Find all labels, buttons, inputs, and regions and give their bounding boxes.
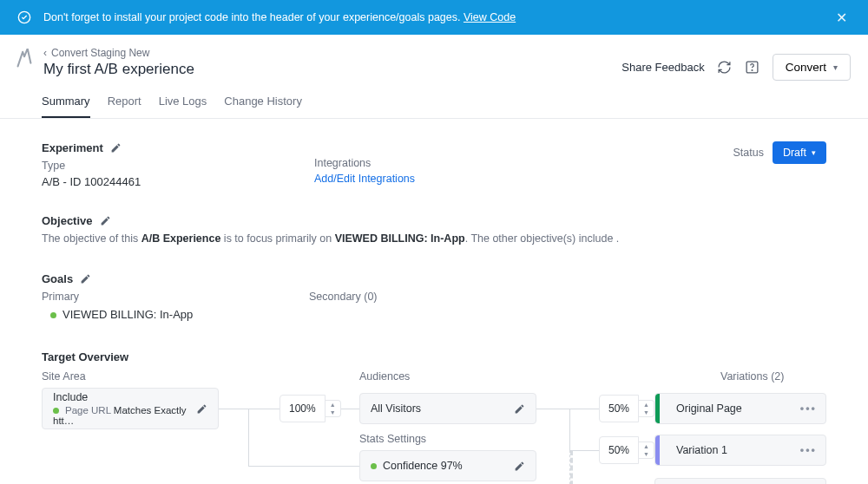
- more-icon[interactable]: •••: [800, 444, 817, 456]
- connector: [569, 450, 573, 484]
- secondary-label: Secondary (0): [309, 291, 378, 321]
- check-circle-icon: [17, 10, 31, 24]
- install-code-banner: Don't forget to install your project cod…: [0, 0, 868, 35]
- tab-summary[interactable]: Summary: [42, 95, 90, 118]
- variation-color-bar: [655, 394, 660, 423]
- objective-heading: Objective: [42, 214, 93, 227]
- edit-icon[interactable]: [80, 273, 91, 285]
- chevron-down-icon: ▾: [812, 148, 816, 157]
- convert-button[interactable]: Convert▾: [773, 54, 851, 81]
- close-icon[interactable]: ✕: [832, 6, 851, 29]
- goals-heading: Goals: [42, 272, 73, 285]
- step-down-icon[interactable]: ▼: [639, 409, 654, 416]
- status-dot-icon: [371, 463, 377, 469]
- status-dot-icon: [50, 312, 56, 318]
- step-up-icon[interactable]: ▲: [639, 442, 654, 450]
- primary-label: Primary: [42, 291, 309, 303]
- stats-settings-card[interactable]: Confidence 97%: [359, 450, 536, 481]
- target-heading: Target Overview: [42, 350, 128, 363]
- more-icon[interactable]: •••: [800, 402, 817, 415]
- variation-card-original[interactable]: Original Page •••: [654, 393, 826, 424]
- experiment-section: Experiment Type A/B - ID 100244461 Integ…: [42, 141, 826, 188]
- connector: [536, 409, 599, 409]
- step-down-icon[interactable]: ▼: [639, 450, 654, 458]
- variation-card-1[interactable]: Variation 1 •••: [654, 435, 826, 466]
- app-logo: [14, 49, 35, 71]
- integrations-label: Integrations: [314, 157, 733, 169]
- variations-label: Variations (2): [720, 370, 826, 383]
- chevron-down-icon: ▾: [833, 62, 838, 72]
- add-variation-card[interactable]: Add More +: [654, 478, 826, 484]
- goals-section: Goals Primary VIEWED BILLING: In-App Sec…: [42, 272, 826, 321]
- variation-b-percent-stepper[interactable]: 50% ▲▼: [599, 436, 654, 464]
- page-header: Convert Staging New My first A/B experie…: [0, 35, 868, 81]
- type-value: A/B - ID 100244461: [42, 175, 314, 188]
- site-area-percent-stepper[interactable]: 100% ▲▼: [279, 395, 341, 422]
- variation-a-percent-stepper[interactable]: 50% ▲▼: [599, 395, 654, 422]
- stats-settings-label: Stats Settings: [359, 433, 426, 445]
- primary-goal: VIEWED BILLING: In-App: [50, 308, 309, 321]
- help-icon[interactable]: [745, 60, 760, 75]
- connector: [569, 409, 570, 450]
- status-draft-button[interactable]: Draft▾: [773, 141, 826, 164]
- breadcrumb[interactable]: Convert Staging New: [43, 47, 194, 59]
- status-dot-icon: [53, 408, 59, 414]
- connector: [569, 450, 599, 451]
- edit-icon[interactable]: [100, 215, 111, 226]
- status-label: Status: [733, 147, 763, 159]
- edit-icon[interactable]: [196, 403, 207, 415]
- step-up-icon[interactable]: ▲: [326, 401, 340, 409]
- view-code-link[interactable]: View Code: [464, 11, 516, 23]
- connector: [219, 409, 279, 409]
- audiences-card[interactable]: All Visitors: [359, 393, 536, 424]
- tab-report[interactable]: Report: [108, 95, 141, 118]
- experiment-heading: Experiment: [42, 141, 103, 154]
- variation-color-bar: [655, 435, 660, 465]
- step-up-icon[interactable]: ▲: [639, 401, 654, 409]
- share-feedback-link[interactable]: Share Feedback: [621, 61, 704, 74]
- page-title: My first A/B experience: [43, 61, 194, 78]
- tab-change-history[interactable]: Change History: [224, 95, 302, 118]
- connector: [248, 409, 249, 466]
- edit-icon[interactable]: [514, 461, 525, 472]
- objective-text: The objective of this A/B Experience is …: [42, 232, 826, 245]
- site-area-label: Site Area: [42, 370, 359, 383]
- tabs: Summary Report Live Logs Change History: [0, 81, 868, 119]
- integrations-link[interactable]: Add/Edit Integrations: [314, 173, 733, 185]
- banner-message: Don't forget to install your project cod…: [43, 11, 832, 23]
- audiences-label: Audiences: [359, 370, 720, 383]
- objective-section: Objective The objective of this A/B Expe…: [42, 214, 826, 245]
- site-area-card[interactable]: Include Page URL Matches Exactly htt…: [42, 388, 219, 429]
- type-label: Type: [42, 160, 314, 172]
- tab-live-logs[interactable]: Live Logs: [159, 95, 207, 118]
- target-overview-section: Target Overview Site Area Audiences Vari…: [42, 350, 826, 484]
- connector: [248, 466, 359, 467]
- refresh-icon[interactable]: [717, 60, 733, 75]
- edit-icon[interactable]: [110, 142, 122, 154]
- svg-point-2: [752, 70, 753, 71]
- step-down-icon[interactable]: ▼: [326, 409, 340, 416]
- edit-icon[interactable]: [514, 403, 525, 415]
